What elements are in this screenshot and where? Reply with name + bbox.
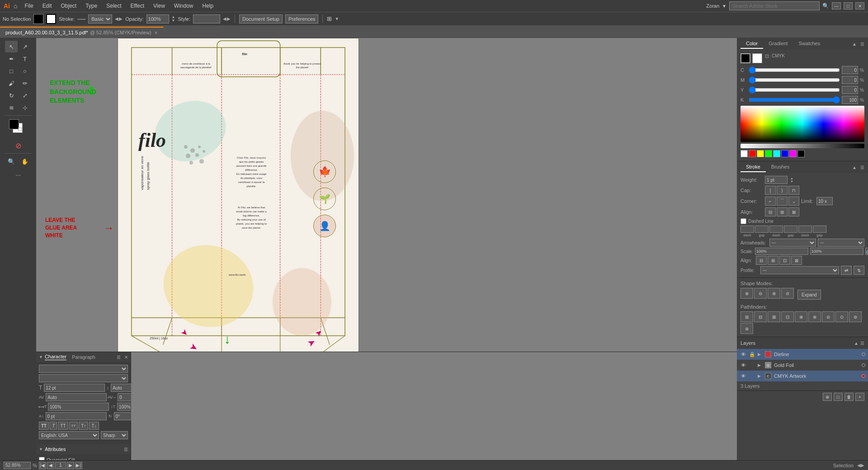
weight-input[interactable] — [765, 176, 788, 184]
pf-btn7[interactable]: ⊘ — [822, 311, 835, 322]
fill-stroke-swatches[interactable] — [9, 119, 27, 136]
weight-up[interactable]: ▲ — [790, 177, 793, 180]
language-select[interactable]: English: USA — [39, 431, 99, 439]
miter-corner-btn[interactable]: ⌐ — [765, 197, 776, 206]
layer-row-cmyk[interactable]: 👁 🔒 ▶ C CMYK Artwork — [737, 371, 868, 381]
pf-btn8[interactable]: ⊙ — [835, 311, 848, 322]
close-btn[interactable]: ✕ — [855, 2, 864, 9]
attributes-collapse[interactable]: ▼ — [39, 447, 43, 451]
italic-btn[interactable]: T — [50, 422, 57, 430]
round-corner-btn[interactable]: ⌒ — [777, 197, 788, 206]
scale-link-btn[interactable]: 🔗 — [865, 248, 868, 255]
pf-btn5[interactable]: ⊕ — [795, 311, 807, 322]
layer-vis-gold[interactable]: 👁 — [740, 362, 747, 369]
style-arrows[interactable]: ◀ ▶ — [223, 16, 231, 21]
file-tab[interactable]: product_A60.20.00.03_3_3_11.5.pdf* @ 52.… — [0, 27, 164, 38]
opacity-arrows[interactable]: ▲ ▼ — [172, 15, 175, 23]
font-size-input[interactable] — [44, 384, 105, 392]
stroke-tab[interactable]: Stroke — [741, 162, 766, 172]
arrange-arrow[interactable]: ▼ — [335, 16, 339, 21]
swatch-magenta[interactable] — [789, 150, 797, 157]
ellipse-tool[interactable]: ○ — [19, 65, 31, 77]
sub-btn[interactable]: T↓ — [89, 422, 99, 430]
profile-flip-btn[interactable]: ⇄ — [841, 266, 852, 275]
minus-front-btn[interactable]: ⊖ — [754, 288, 767, 299]
profile-flip2-btn[interactable]: ⇅ — [854, 266, 864, 275]
layer-row-gold-foil[interactable]: 👁 🔒 ▶ G Gold Foil — [737, 360, 868, 371]
maximize-btn[interactable]: □ — [844, 2, 853, 9]
arrowhead-start-select[interactable]: — — [769, 239, 816, 247]
font-style-select[interactable]: Regular — [39, 374, 128, 382]
hscale-input[interactable] — [48, 403, 109, 411]
layer-lock-cmyk[interactable]: 🔒 — [749, 372, 756, 380]
gap1-input[interactable] — [755, 226, 769, 233]
yellow-slider[interactable] — [749, 88, 840, 92]
dash2-input[interactable] — [769, 226, 783, 233]
stroke-arrows[interactable]: ◀ ▶ — [115, 16, 123, 21]
home-icon[interactable]: ⌂ — [14, 2, 17, 9]
direct-selection-tool[interactable]: ↗ — [19, 41, 31, 52]
layer-row-dieline[interactable]: 👁 🔒 ▶ Dieline — [737, 349, 868, 360]
gradient-tab[interactable]: Gradient — [763, 39, 793, 49]
black-value[interactable]: 100 — [842, 96, 858, 104]
align-stroke-btn3[interactable]: ⊡ — [779, 256, 790, 265]
zoom-input[interactable] — [4, 462, 31, 469]
align-stroke-btn4[interactable]: ⊠ — [791, 256, 802, 265]
preferences-btn[interactable]: Preferences — [285, 14, 318, 24]
layer-lock-gold[interactable]: 🔒 — [749, 362, 756, 369]
tab-close-btn[interactable]: ✕ — [154, 30, 158, 35]
fg-color-swatch[interactable] — [741, 53, 750, 63]
more-tools[interactable]: ··· — [15, 171, 21, 179]
pf-btn1[interactable]: ⊞ — [741, 311, 753, 322]
magenta-value[interactable]: 0 — [842, 76, 858, 84]
outside-align-btn[interactable]: ⊠ — [788, 207, 799, 216]
first-page-btn[interactable]: |◀ — [39, 462, 46, 469]
rectangle-tool[interactable]: □ — [5, 65, 18, 77]
unite-btn[interactable]: ⊕ — [741, 288, 753, 299]
page-input[interactable] — [55, 462, 66, 469]
layer-lock-dieline[interactable]: 🔒 — [749, 351, 756, 358]
align-stroke-btn2[interactable]: ⊞ — [768, 256, 778, 265]
layer-vis-dieline[interactable]: 👁 — [740, 351, 747, 358]
swatch-green[interactable] — [765, 150, 772, 157]
scale-input2[interactable] — [810, 248, 863, 255]
stroke-style-select[interactable]: Basic — [88, 14, 112, 24]
black-white-gradient[interactable] — [741, 144, 864, 148]
dashed-line-checkbox[interactable] — [741, 218, 746, 224]
layer-make-comp-btn[interactable]: □ — [834, 393, 843, 401]
pf-btn3[interactable]: ⊠ — [768, 311, 780, 322]
bevel-corner-btn[interactable]: ⌄ — [788, 197, 799, 206]
pf-btn9[interactable]: ⊚ — [849, 311, 862, 322]
limit-input[interactable] — [816, 197, 833, 205]
stroke-panel-collapse[interactable]: ▲ — [852, 165, 857, 170]
status-scroll[interactable]: ◀▶ — [857, 463, 864, 468]
profile-select[interactable]: — — [760, 266, 839, 274]
prev-page-btn[interactable]: ◀ — [47, 462, 54, 469]
menu-effect[interactable]: Effect — [127, 2, 148, 10]
color-panel-menu[interactable]: ☰ — [860, 42, 864, 47]
square-cap-btn[interactable]: ⊓ — [788, 186, 799, 195]
warp-tool[interactable]: ≋ — [5, 102, 18, 113]
yellow-value[interactable]: 0 — [842, 86, 858, 94]
last-page-btn[interactable]: ▶| — [75, 462, 82, 469]
attributes-panel-header[interactable]: ▼ Attributes ☰ — [36, 444, 131, 454]
layers-panel-collapse[interactable]: ▲ — [854, 341, 859, 346]
character-tab[interactable]: Character — [45, 354, 66, 360]
swatch-black[interactable] — [797, 150, 805, 157]
color-panel-collapse[interactable]: ▲ — [852, 42, 857, 47]
cyan-slider[interactable] — [749, 68, 840, 72]
search-icon[interactable]: 🔍 — [822, 3, 829, 9]
layer-expand-dieline[interactable]: ▶ — [758, 352, 763, 357]
char-panel-close[interactable]: ✕ — [124, 355, 128, 360]
baseline-input[interactable] — [46, 412, 107, 420]
kerning-input[interactable] — [46, 393, 107, 401]
selection-tool[interactable]: ↖ — [5, 41, 18, 52]
pf-btn4[interactable]: ⊡ — [781, 311, 794, 322]
stroke-swatch-toolbar[interactable] — [46, 14, 56, 24]
scale-tool[interactable]: ⤢ — [19, 89, 31, 101]
pf-btn10[interactable]: ⊛ — [741, 323, 753, 334]
align-stroke-btn1[interactable]: ⊟ — [756, 256, 767, 265]
character-panel-header[interactable]: ▼ Character Paragraph ☰ ✕ — [36, 352, 131, 362]
attributes-menu[interactable]: ☰ — [124, 447, 128, 452]
swatch-white[interactable] — [741, 150, 748, 157]
